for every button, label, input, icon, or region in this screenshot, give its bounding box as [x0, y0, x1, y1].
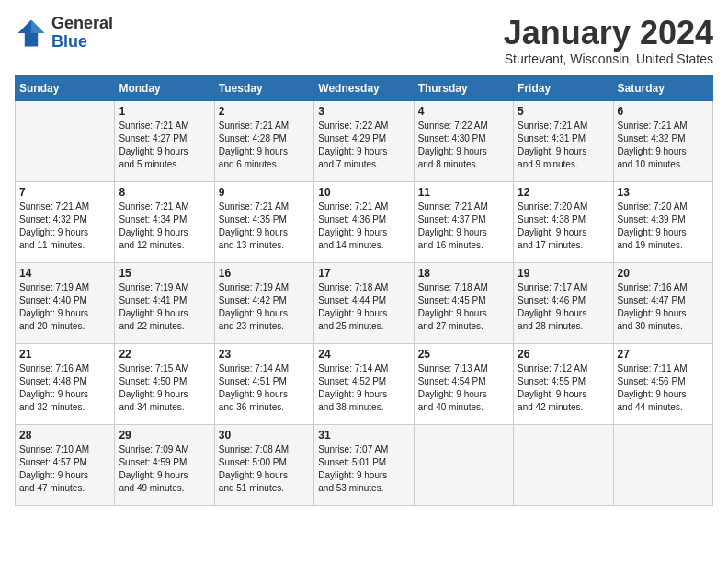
calendar-cell: 28Sunrise: 7:10 AM Sunset: 4:57 PM Dayli…: [16, 424, 115, 505]
day-number: 20: [618, 267, 709, 280]
day-number: 12: [518, 186, 609, 199]
calendar-cell: 10Sunrise: 7:21 AM Sunset: 4:36 PM Dayli…: [314, 181, 414, 262]
header-day-monday: Monday: [115, 75, 214, 100]
calendar-cell: 24Sunrise: 7:14 AM Sunset: 4:52 PM Dayli…: [314, 343, 414, 424]
day-info: Sunrise: 7:11 AM Sunset: 4:56 PM Dayligh…: [618, 362, 709, 414]
day-number: 27: [618, 348, 709, 361]
svg-marker-1: [31, 19, 44, 32]
day-info: Sunrise: 7:22 AM Sunset: 4:29 PM Dayligh…: [318, 120, 409, 171]
day-info: Sunrise: 7:21 AM Sunset: 4:27 PM Dayligh…: [119, 120, 210, 171]
day-number: 7: [19, 186, 110, 199]
day-number: 13: [618, 186, 709, 199]
day-info: Sunrise: 7:12 AM Sunset: 4:55 PM Dayligh…: [518, 362, 609, 414]
day-info: Sunrise: 7:19 AM Sunset: 4:40 PM Dayligh…: [19, 282, 110, 333]
calendar-cell: 18Sunrise: 7:18 AM Sunset: 4:45 PM Dayli…: [414, 262, 513, 343]
day-info: Sunrise: 7:21 AM Sunset: 4:35 PM Dayligh…: [219, 201, 310, 252]
month-title: January 2024: [504, 15, 713, 52]
day-info: Sunrise: 7:19 AM Sunset: 4:41 PM Dayligh…: [119, 282, 210, 333]
location-text: Sturtevant, Wisconsin, United States: [504, 52, 713, 66]
day-number: 3: [318, 105, 409, 118]
calendar-cell: 15Sunrise: 7:19 AM Sunset: 4:41 PM Dayli…: [115, 262, 214, 343]
calendar-cell: 22Sunrise: 7:15 AM Sunset: 4:50 PM Dayli…: [115, 343, 214, 424]
week-row-3: 21Sunrise: 7:16 AM Sunset: 4:48 PM Dayli…: [16, 343, 713, 424]
calendar-cell: [16, 100, 115, 181]
header-day-thursday: Thursday: [414, 75, 513, 100]
day-info: Sunrise: 7:20 AM Sunset: 4:38 PM Dayligh…: [518, 201, 609, 252]
day-number: 4: [418, 105, 509, 118]
day-number: 23: [219, 348, 310, 361]
day-info: Sunrise: 7:21 AM Sunset: 4:32 PM Dayligh…: [618, 120, 709, 171]
day-info: Sunrise: 7:07 AM Sunset: 5:01 PM Dayligh…: [318, 443, 409, 495]
day-number: 18: [418, 267, 509, 280]
day-number: 8: [119, 186, 210, 199]
day-info: Sunrise: 7:21 AM Sunset: 4:36 PM Dayligh…: [318, 201, 409, 252]
day-info: Sunrise: 7:21 AM Sunset: 4:34 PM Dayligh…: [119, 201, 210, 252]
logo-text: General Blue: [51, 15, 113, 52]
week-row-2: 14Sunrise: 7:19 AM Sunset: 4:40 PM Dayli…: [16, 262, 713, 343]
calendar-cell: 29Sunrise: 7:09 AM Sunset: 4:59 PM Dayli…: [115, 424, 214, 505]
calendar-cell: [514, 424, 613, 505]
day-info: Sunrise: 7:20 AM Sunset: 4:39 PM Dayligh…: [618, 201, 709, 252]
header-day-wednesday: Wednesday: [314, 75, 414, 100]
calendar-cell: 7Sunrise: 7:21 AM Sunset: 4:32 PM Daylig…: [16, 181, 115, 262]
calendar-cell: 26Sunrise: 7:12 AM Sunset: 4:55 PM Dayli…: [514, 343, 613, 424]
calendar-cell: 17Sunrise: 7:18 AM Sunset: 4:44 PM Dayli…: [314, 262, 414, 343]
calendar-cell: 5Sunrise: 7:21 AM Sunset: 4:31 PM Daylig…: [514, 100, 613, 181]
day-number: 9: [219, 186, 310, 199]
day-info: Sunrise: 7:17 AM Sunset: 4:46 PM Dayligh…: [518, 282, 609, 333]
calendar-cell: 8Sunrise: 7:21 AM Sunset: 4:34 PM Daylig…: [115, 181, 214, 262]
day-info: Sunrise: 7:16 AM Sunset: 4:47 PM Dayligh…: [618, 282, 709, 333]
header-day-saturday: Saturday: [613, 75, 712, 100]
calendar-cell: 1Sunrise: 7:21 AM Sunset: 4:27 PM Daylig…: [115, 100, 214, 181]
calendar-cell: 20Sunrise: 7:16 AM Sunset: 4:47 PM Dayli…: [613, 262, 712, 343]
page-header: General Blue January 2024 Sturtevant, Wi…: [15, 15, 713, 66]
day-number: 31: [318, 429, 409, 442]
calendar-cell: 30Sunrise: 7:08 AM Sunset: 5:00 PM Dayli…: [214, 424, 313, 505]
calendar-cell: 2Sunrise: 7:21 AM Sunset: 4:28 PM Daylig…: [214, 100, 313, 181]
day-number: 30: [219, 429, 310, 442]
calendar-cell: 9Sunrise: 7:21 AM Sunset: 4:35 PM Daylig…: [214, 181, 313, 262]
day-number: 21: [19, 348, 110, 361]
day-info: Sunrise: 7:13 AM Sunset: 4:54 PM Dayligh…: [418, 362, 509, 414]
calendar-cell: [613, 424, 712, 505]
day-info: Sunrise: 7:21 AM Sunset: 4:28 PM Dayligh…: [219, 120, 310, 171]
title-block: January 2024 Sturtevant, Wisconsin, Unit…: [504, 15, 713, 66]
logo: General Blue: [15, 15, 113, 52]
day-info: Sunrise: 7:14 AM Sunset: 4:52 PM Dayligh…: [318, 362, 409, 414]
calendar-cell: 21Sunrise: 7:16 AM Sunset: 4:48 PM Dayli…: [16, 343, 115, 424]
day-info: Sunrise: 7:22 AM Sunset: 4:30 PM Dayligh…: [418, 120, 509, 171]
day-number: 5: [518, 105, 609, 118]
day-number: 29: [119, 429, 210, 442]
day-info: Sunrise: 7:08 AM Sunset: 5:00 PM Dayligh…: [219, 443, 310, 495]
day-number: 6: [618, 105, 709, 118]
calendar-cell: 25Sunrise: 7:13 AM Sunset: 4:54 PM Dayli…: [414, 343, 513, 424]
week-row-0: 1Sunrise: 7:21 AM Sunset: 4:27 PM Daylig…: [16, 100, 713, 181]
day-number: 2: [219, 105, 310, 118]
calendar-cell: 12Sunrise: 7:20 AM Sunset: 4:38 PM Dayli…: [514, 181, 613, 262]
day-info: Sunrise: 7:16 AM Sunset: 4:48 PM Dayligh…: [19, 362, 110, 414]
day-number: 15: [119, 267, 210, 280]
calendar-cell: 3Sunrise: 7:22 AM Sunset: 4:29 PM Daylig…: [314, 100, 414, 181]
day-number: 26: [518, 348, 609, 361]
day-number: 17: [318, 267, 409, 280]
calendar-table: SundayMondayTuesdayWednesdayThursdayFrid…: [15, 75, 713, 506]
logo-general-text: General: [51, 15, 113, 33]
calendar-cell: 6Sunrise: 7:21 AM Sunset: 4:32 PM Daylig…: [613, 100, 712, 181]
day-number: 28: [19, 429, 110, 442]
day-info: Sunrise: 7:21 AM Sunset: 4:32 PM Dayligh…: [19, 201, 110, 252]
day-number: 22: [119, 348, 210, 361]
day-info: Sunrise: 7:21 AM Sunset: 4:31 PM Dayligh…: [518, 120, 609, 171]
calendar-cell: 14Sunrise: 7:19 AM Sunset: 4:40 PM Dayli…: [16, 262, 115, 343]
day-info: Sunrise: 7:18 AM Sunset: 4:45 PM Dayligh…: [418, 282, 509, 333]
day-number: 10: [318, 186, 409, 199]
calendar-cell: 13Sunrise: 7:20 AM Sunset: 4:39 PM Dayli…: [613, 181, 712, 262]
calendar-cell: 4Sunrise: 7:22 AM Sunset: 4:30 PM Daylig…: [414, 100, 513, 181]
day-info: Sunrise: 7:19 AM Sunset: 4:42 PM Dayligh…: [219, 282, 310, 333]
header-day-sunday: Sunday: [16, 75, 115, 100]
day-number: 1: [119, 105, 210, 118]
calendar-cell: 16Sunrise: 7:19 AM Sunset: 4:42 PM Dayli…: [214, 262, 313, 343]
day-number: 14: [19, 267, 110, 280]
day-info: Sunrise: 7:10 AM Sunset: 4:57 PM Dayligh…: [19, 443, 110, 495]
day-info: Sunrise: 7:21 AM Sunset: 4:37 PM Dayligh…: [418, 201, 509, 252]
day-number: 16: [219, 267, 310, 280]
